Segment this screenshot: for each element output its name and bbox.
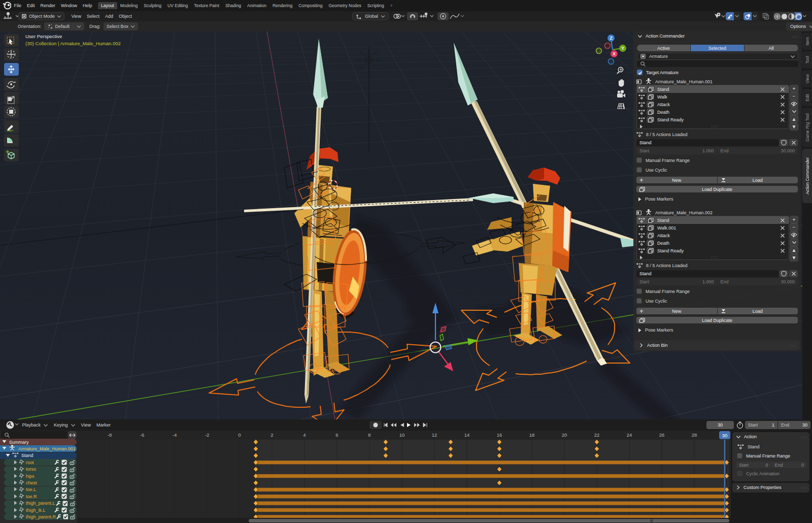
svg-text:-2: -2 [205, 432, 209, 438]
svg-text:20: 20 [562, 432, 567, 438]
svg-text:12: 12 [432, 432, 437, 438]
svg-text:8: 8 [368, 432, 370, 438]
svg-text:User Perspective: User Perspective [25, 34, 62, 39]
svg-text:18: 18 [529, 432, 535, 438]
svg-text:-6: -6 [140, 432, 144, 438]
svg-text:Z: Z [610, 36, 612, 41]
svg-text:16: 16 [497, 432, 502, 438]
svg-text:Y: Y [621, 46, 624, 51]
svg-text:X: X [613, 51, 616, 56]
svg-text:30: 30 [722, 433, 728, 438]
svg-text:(30) Collection | Armature_Mal: (30) Collection | Armature_Male_Human.00… [25, 41, 121, 46]
svg-text:22: 22 [594, 432, 600, 438]
svg-text:24: 24 [627, 432, 632, 438]
svg-text:28: 28 [692, 432, 697, 438]
svg-text:10: 10 [399, 432, 405, 438]
svg-text:26: 26 [659, 432, 665, 438]
svg-text:-8: -8 [108, 432, 112, 438]
svg-text:6: 6 [335, 432, 338, 438]
svg-text:14: 14 [464, 432, 470, 438]
svg-text:2: 2 [270, 432, 273, 438]
svg-text:4: 4 [303, 432, 306, 438]
svg-text:-4: -4 [173, 432, 177, 438]
svg-text:0: 0 [238, 432, 241, 438]
